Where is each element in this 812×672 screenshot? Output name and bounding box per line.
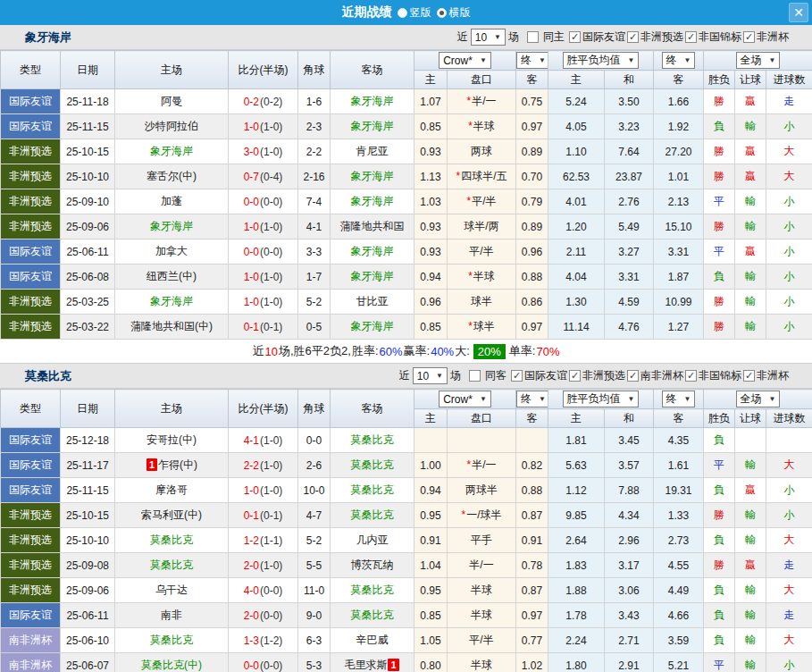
competition-filter-checkbox[interactable]: 南非洲杯	[625, 368, 683, 383]
away-team-name: 几内亚	[356, 533, 389, 546]
competition-filter-checkbox[interactable]: 非洲杯	[741, 29, 789, 45]
corner-score: 2-2	[298, 139, 331, 164]
corner-score: 3-3	[298, 239, 331, 265]
avg-away-odds: 1.27	[654, 315, 704, 340]
away-team: 毛里求斯1	[331, 653, 414, 672]
avg-away-odds: 4.49	[654, 578, 704, 603]
competition-filter-checkbox[interactable]: 国际友谊	[567, 29, 625, 45]
final-average-select[interactable]: 终 ▼	[662, 52, 696, 69]
close-button[interactable]: ✕	[789, 3, 808, 22]
away-team: 莫桑比克	[331, 428, 414, 453]
fulltime-score: 0-2	[244, 96, 259, 108]
titlebar: 近期战绩 竖版 横版 ✕	[0, 0, 812, 25]
col-header-score: 比分(半场)	[229, 390, 298, 428]
home-team: 安哥拉(中)	[115, 428, 229, 453]
handicap-star-marker: *	[468, 320, 473, 332]
competition-filter-checkbox[interactable]: 非洲预选	[625, 29, 683, 45]
same-away-checkbox[interactable]	[469, 370, 481, 382]
match-score: 2-2(1-0)	[229, 453, 298, 478]
result-goals: 大	[766, 628, 812, 653]
same-home-checkbox[interactable]	[527, 31, 539, 43]
result-goals: 小	[766, 478, 812, 503]
same-away-label: 同客	[485, 368, 506, 383]
competition-filter-checkbox[interactable]: 非国锦标	[683, 368, 741, 383]
home-handicap-odds: 1.13	[414, 164, 448, 189]
result-goals: 小	[766, 315, 812, 340]
summary-text-part: 20%	[473, 344, 506, 359]
home-handicap-odds	[414, 428, 448, 453]
handicap-line: *球半	[448, 315, 516, 340]
away-team-name: 毛里求斯	[344, 659, 387, 671]
average-odds-select[interactable]: 胜平负均值 ▼	[563, 391, 640, 407]
result-outcome: 負	[704, 628, 735, 653]
home-handicap-odds: 0.95	[414, 503, 448, 528]
average-odds-select[interactable]: 胜平负均值 ▼	[563, 52, 640, 69]
near-label: 近	[399, 368, 410, 383]
avg-draw-odds: 2.91	[605, 653, 654, 672]
games-count-select[interactable]: 10 ▼	[413, 367, 448, 384]
competition-filter-checkbox[interactable]: 非洲杯	[741, 368, 789, 383]
corner-score: 5-2	[298, 290, 331, 315]
result-handicap: 贏	[735, 89, 766, 114]
match-date: 25-06-11	[61, 239, 115, 265]
corner-score: 10-0	[298, 478, 331, 503]
home-team: 莫桑比克	[115, 553, 229, 578]
bookmaker-select[interactable]: Crow* ▼	[439, 52, 491, 69]
chevron-down-icon: ▼	[494, 33, 501, 41]
competition-filter-checkbox[interactable]: 非国锦标	[683, 29, 741, 45]
away-handicap-odds: 0.78	[516, 553, 548, 578]
handicap-line: 平/半	[448, 628, 516, 653]
scope-select[interactable]: 全场 ▼	[736, 391, 781, 407]
sub-header-handicap-result: 让球	[735, 71, 766, 89]
match-score: 2-0(0-0)	[229, 603, 298, 628]
col-header-date: 日期	[61, 390, 115, 428]
avg-home-odds: 2.64	[548, 528, 605, 553]
result-handicap: 贏	[735, 239, 766, 265]
avg-away-odds: 1.92	[654, 114, 704, 139]
match-type-badge: 非洲预选	[1, 528, 61, 553]
result-outcome: 負	[704, 478, 735, 503]
fulltime-score: 2-0	[244, 559, 259, 572]
home-handicap-odds: 1.04	[414, 553, 448, 578]
result-outcome: 負	[704, 428, 735, 453]
result-handicap: 輸	[735, 189, 766, 214]
competition-filter-label: 非洲预选	[640, 29, 683, 45]
layout-radio-horizontal[interactable]: 横版	[437, 5, 471, 21]
summary-text-part: 场,胜6平2负2,	[279, 343, 351, 359]
summary-text-part: 单率:	[509, 343, 536, 359]
away-handicap-odds	[516, 428, 548, 453]
match-date: 25-10-15	[61, 139, 115, 164]
home-team-name: 莫桑比克	[150, 533, 193, 546]
match-type-badge: 国际友谊	[1, 239, 61, 265]
match-row: 国际友谊25-12-18安哥拉(中)4-1(1-0)0-0莫桑比克1.813.4…	[1, 428, 812, 453]
match-row: 非洲预选25-10-10莫桑比克1-2(1-1)5-2几内亚0.91平手0.91…	[1, 528, 812, 553]
result-goals: 大	[766, 164, 812, 189]
result-outcome: 勝	[704, 503, 735, 528]
checkbox-checked-icon	[569, 370, 581, 382]
final-odds-select[interactable]: 终 ▼	[516, 52, 548, 69]
result-handicap	[735, 428, 766, 453]
avg-away-odds: 3.59	[654, 628, 704, 653]
match-row: 南非洲杯25-06-10莫桑比克1-3(1-2)6-3辛巴威1.05平/半0.7…	[1, 628, 812, 653]
away-team-name: 辛巴威	[356, 634, 389, 646]
chevron-down-icon: ▼	[480, 56, 487, 64]
layout-radio-vertical[interactable]: 竖版	[398, 5, 431, 21]
match-row: 国际友谊25-06-11南非2-0(0-0)9-0莫桑比克0.85半球0.971…	[1, 603, 812, 628]
fulltime-score: 1-0	[244, 484, 259, 497]
match-date: 25-12-18	[61, 428, 115, 453]
home-team: 象牙海岸	[115, 214, 229, 239]
checkbox-checked-icon	[743, 31, 755, 43]
final-odds-select[interactable]: 终 ▼	[516, 391, 548, 407]
scope-select[interactable]: 全场 ▼	[736, 52, 781, 69]
match-score: 0-0(0-0)	[229, 189, 298, 214]
games-count-select[interactable]: 10 ▼	[471, 29, 506, 46]
match-row: 国际友谊25-11-15沙特阿拉伯1-0(1-0)2-3象牙海岸0.85*半球0…	[1, 114, 812, 139]
bookmaker-select[interactable]: Crow* ▼	[439, 391, 491, 407]
away-handicap-odds: 0.70	[516, 164, 548, 189]
fulltime-score: 1-0	[244, 121, 259, 133]
summary-text-part: 赢率:	[404, 343, 431, 359]
home-handicap-odds: 1.00	[414, 453, 448, 478]
competition-filter-checkbox[interactable]: 非洲预选	[567, 368, 625, 383]
competition-filter-checkbox[interactable]: 国际友谊	[509, 368, 567, 383]
final-average-select[interactable]: 终 ▼	[662, 391, 696, 407]
